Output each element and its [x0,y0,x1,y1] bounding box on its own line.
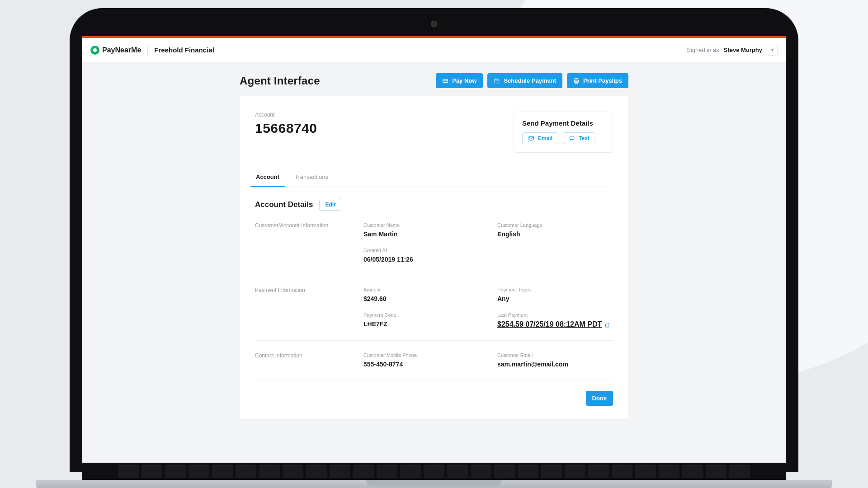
amount-label: Amount [363,287,479,292]
camera-dot [431,21,437,27]
account-label: Account [255,112,317,118]
customer-mobile-field: Customer Mobile Phone 555-450-8774 [363,352,479,368]
customer-language-value: English [497,230,613,238]
edit-label: Edit [325,202,335,208]
svg-rect-1 [495,79,499,83]
pay-now-button[interactable]: Pay Now [436,73,483,88]
tabs: Account Transactions [255,169,613,187]
contact-col2: Customer Email sam.martin@email.com [497,352,613,368]
account-block: Account 15668740 [255,112,317,136]
customer-info-block: Customer/Account Information Customer Na… [255,211,613,275]
main-card: Account 15668740 Send Payment Details [240,96,628,419]
edit-account-button[interactable]: Edit [319,199,341,211]
customer-name-label: Customer Name [363,222,479,228]
svg-rect-6 [570,136,574,139]
payment-col2: Payment Types Any Last Payment $254.59 0… [497,287,613,328]
done-row: Done [255,391,613,406]
done-button[interactable]: Done [586,391,613,406]
message-icon [569,135,575,141]
logo-mark-icon [90,46,99,55]
action-button-row: Pay Now Schedule Payment [436,73,628,88]
calendar-icon [494,78,500,84]
customer-email-field: Customer Email sam.martin@email.com [497,352,613,368]
print-payslips-button[interactable]: Print Payslips [567,73,628,88]
laptop-camera [431,21,437,27]
last-payment-value: $254.59 07/25/19 08:12AM PDT [497,320,602,328]
header-left: PayNearMe Freehold Financial [90,45,214,55]
last-payment-link[interactable]: $254.59 07/25/19 08:12AM PDT [497,320,610,328]
created-at-label: Created At [363,248,479,253]
contact-col1: Customer Mobile Phone 555-450-8774 [363,352,479,368]
app-screen: PayNearMe Freehold Financial Signed in a… [82,36,786,470]
send-buttons: Email Text [522,132,604,144]
customer-name-value: Sam Martin [363,230,479,238]
send-payment-details-box: Send Payment Details Email [514,112,613,153]
page-title: Agent Interface [240,75,320,87]
signed-in-prefix: Signed in as [687,47,719,53]
customer-mobile-label: Customer Mobile Phone [363,352,479,358]
customer-group-label: Customer/Account Information [255,222,345,263]
created-at-field: Created At 06/05/2019 11:26 [363,248,479,263]
payment-col1: Amount $249.60 Payment Code LHE7FZ [363,287,479,328]
account-number: 15668740 [255,121,317,136]
amount-field: Amount $249.60 [363,287,479,302]
mail-icon [528,135,534,141]
external-link-icon [604,322,610,327]
customer-name-field: Customer Name Sam Martin [363,222,479,238]
send-box-title: Send Payment Details [522,119,604,127]
client-name: Freehold Financial [154,46,214,54]
tab-transactions[interactable]: Transactions [294,169,329,187]
print-payslips-label: Print Payslips [583,77,622,84]
brand-name: PayNearMe [102,46,141,54]
customer-col1: Customer Name Sam Martin Created At 06/0… [363,222,479,263]
account-details-title: Account Details [255,200,313,209]
current-user-name: Steve Murphy [724,47,762,53]
pay-now-label: Pay Now [452,77,476,84]
card-icon [442,78,448,84]
schedule-payment-button[interactable]: Schedule Payment [487,73,562,88]
svg-rect-0 [443,79,448,82]
customer-language-label: Customer Language [497,222,613,228]
contact-info-block: Contact Information Customer Mobile Phon… [255,341,613,380]
laptop-body: PayNearMe Freehold Financial Signed in a… [70,8,798,472]
keyboard-strip [82,463,786,481]
page-body: Agent Interface Pay Now [82,62,786,437]
user-menu-trigger[interactable]: ▾ [767,45,778,56]
send-text-label: Text [579,135,590,141]
payment-code-value: LHE7FZ [363,320,479,328]
last-payment-field: Last Payment $254.59 07/25/19 08:12AM PD… [497,312,613,328]
done-label: Done [592,395,607,402]
brand-logo[interactable]: PayNearMe [90,46,141,55]
tab-account[interactable]: Account [255,169,280,187]
customer-mobile-value: 555-450-8774 [363,361,479,368]
title-row: Agent Interface Pay Now [240,73,628,88]
customer-email-value: sam.martin@email.com [497,361,613,368]
payment-types-value: Any [497,295,613,302]
payment-types-label: Payment Types [497,287,613,292]
section-title-row: Account Details Edit [255,199,613,211]
laptop-mockup: PayNearMe Freehold Financial Signed in a… [70,8,798,472]
header-right: Signed in as Steve Murphy ▾ [687,45,778,56]
customer-language-field: Customer Language English [497,222,613,238]
contact-group-label: Contact Information [255,352,345,368]
app-header: PayNearMe Freehold Financial Signed in a… [82,38,786,62]
send-email-button[interactable]: Email [522,132,558,144]
last-payment-label: Last Payment [497,312,613,318]
customer-col2: Customer Language English [497,222,613,263]
send-text-button[interactable]: Text [563,132,595,144]
payment-types-field: Payment Types Any [497,287,613,302]
header-divider [147,45,148,55]
page-inner: Agent Interface Pay Now [240,73,628,419]
payment-group-label: Payment Information [255,287,345,328]
schedule-payment-label: Schedule Payment [504,77,556,84]
created-at-value: 06/05/2019 11:26 [363,256,479,263]
payment-info-block: Payment Information Amount $249.60 Payme… [255,275,613,341]
send-email-label: Email [538,135,552,141]
card-top-row: Account 15668740 Send Payment Details [255,112,613,153]
printer-icon [573,78,580,84]
payment-code-field: Payment Code LHE7FZ [363,312,479,328]
chevron-down-icon: ▾ [771,47,774,52]
payment-code-label: Payment Code [363,312,479,318]
amount-value: $249.60 [363,295,479,302]
customer-email-label: Customer Email [497,352,613,358]
